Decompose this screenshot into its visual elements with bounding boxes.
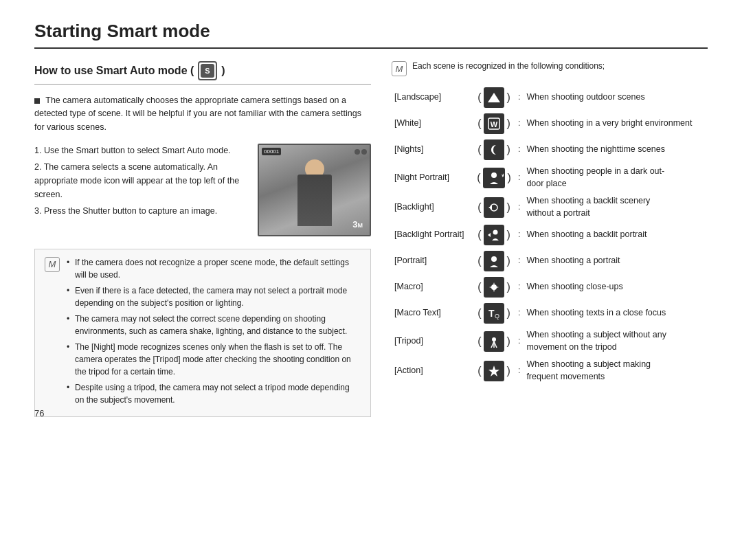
svg-text:S: S: [205, 67, 210, 75]
right-col-note: M Each scene is recognized in the follow…: [392, 61, 708, 76]
scene-desc-tripod: When shooting a subject without anymovem…: [524, 326, 708, 356]
section-title: How to use Smart Auto mode ( S ): [34, 61, 371, 85]
scene-table: [Landscape] ( ) : When shooting outdoor …: [392, 85, 708, 385]
nights-icon: [484, 139, 504, 160]
bullet-icon: [34, 98, 40, 104]
smart-auto-icon: S: [198, 61, 217, 80]
note-box: M If the camera does not recognize a pro…: [34, 249, 371, 417]
scene-icon-cell-portrait: ( ): [473, 248, 515, 274]
scene-desc-macro: When shooting close-ups: [524, 274, 708, 300]
step-1: 1. Use the Smart button to select Smart …: [34, 144, 247, 157]
scene-label-action: [Action]: [392, 356, 473, 385]
scene-desc-white: When shooting in a very bright environme…: [524, 111, 708, 137]
scene-icon-cell-backlight-portrait: ( ): [473, 222, 515, 248]
scene-row-action: [Action] ( ) : When shooting a subject: [392, 356, 708, 385]
cam-icon-dot-1: [355, 149, 360, 155]
action-icon: [484, 361, 504, 381]
scene-label-backlight-portrait: [Backlight Portrait]: [392, 222, 473, 248]
note-icon: M: [45, 257, 60, 272]
scene-label-white: [White]: [392, 111, 473, 137]
scene-icon-cell-night-portrait: ( ★ ): [473, 163, 515, 192]
macro-icon: [484, 277, 504, 298]
camera-preview: 00001 3M: [258, 144, 371, 236]
portrait-icon: [484, 251, 504, 271]
scene-row-landscape: [Landscape] ( ) : When shooting outdoor …: [392, 85, 708, 111]
page-title: Starting Smart mode: [34, 21, 708, 49]
page-number: 76: [34, 408, 44, 418]
note-bullets: If the camera does not recognize a prope…: [67, 256, 361, 410]
note-item-5: Despite using a tripod, the camera may n…: [67, 381, 361, 406]
backlight-icon: [484, 197, 504, 218]
tripod-icon: [484, 331, 504, 352]
svg-text:W: W: [491, 120, 498, 128]
scene-icon-cell-macro-text: ( T Q ): [473, 300, 515, 326]
right-note-text: Each scene is recognized in the followin…: [412, 61, 605, 76]
svg-point-5: [491, 172, 497, 178]
scene-row-backlight-portrait: [Backlight Portrait] ( ): [392, 222, 708, 248]
note-item-3: The camera may not select the correct sc…: [67, 313, 361, 337]
svg-point-9: [493, 230, 498, 235]
scene-desc-action: When shooting a subject makingfrequent m…: [524, 356, 708, 385]
backlight-portrait-icon: [484, 225, 504, 245]
svg-text:T: T: [488, 308, 495, 319]
scene-row-backlight: [Backlight] ( ) : Wh: [392, 192, 708, 222]
note-item-2: Even if there is a face detected, the ca…: [67, 284, 361, 309]
cam-badge: 00001: [262, 148, 281, 155]
scene-label-backlight: [Backlight]: [392, 192, 473, 222]
scene-desc-macro-text: When shooting texts in a close focus: [524, 300, 708, 326]
scene-label-macro-text: [Macro Text]: [392, 300, 473, 326]
intro-text: The camera automatically chooses the app…: [34, 94, 371, 134]
scene-label-nights: [Nights]: [392, 137, 473, 163]
svg-marker-10: [488, 233, 491, 237]
cam-icon-dot-2: [361, 149, 367, 155]
scene-desc-portrait: When shooting a portrait: [524, 248, 708, 274]
scene-desc-backlight: When shooting a backlit scenerywithout a…: [524, 192, 708, 222]
scene-desc-nights: When shooting the nighttime scenes: [524, 137, 708, 163]
svg-text:★: ★: [501, 172, 504, 179]
macro-text-icon: T Q: [484, 303, 504, 324]
section-title-end: ): [221, 65, 225, 77]
scene-desc-night-portrait: When shooting people in a dark out-door …: [524, 163, 708, 192]
scene-label-tripod: [Tripod]: [392, 326, 473, 356]
scene-label-macro: [Macro]: [392, 274, 473, 300]
scene-row-portrait: [Portrait] ( ) : Whe: [392, 248, 708, 274]
scene-icon-cell-tripod: ( ): [473, 326, 515, 356]
svg-marker-19: [488, 366, 499, 377]
scene-icon-cell-macro: ( ): [473, 274, 515, 300]
scene-label-landscape: [Landscape]: [392, 85, 473, 111]
step-2: 2. The camera selects a scene automatica…: [34, 160, 247, 201]
scene-icon-cell-action: ( ): [473, 356, 515, 385]
scene-desc-backlight-portrait: When shooting a backlit portrait: [524, 222, 708, 248]
scene-icon-cell-nights: ( ): [473, 137, 515, 163]
step-3: 3. Press the Shutter button to capture a…: [34, 204, 247, 218]
scene-row-tripod: [Tripod] ( ): [392, 326, 708, 356]
scene-label-night-portrait: [Night Portrait]: [392, 163, 473, 192]
svg-marker-2: [488, 93, 500, 102]
svg-text:Q: Q: [495, 313, 499, 320]
scene-label-portrait: [Portrait]: [392, 248, 473, 274]
white-icon: W: [484, 113, 504, 134]
steps-list: 1. Use the Smart button to select Smart …: [34, 144, 247, 236]
cam-megapixel: 3M: [352, 219, 363, 229]
right-note-icon: M: [392, 61, 407, 76]
section-title-text: How to use Smart Auto mode (: [34, 65, 194, 77]
scene-row-macro-text: [Macro Text] ( T Q ) :: [392, 300, 708, 326]
scene-icon-cell-backlight: ( ): [473, 192, 515, 222]
note-item-1: If the camera does not recognize a prope…: [67, 256, 361, 281]
scene-row-white: [White] ( W ) : When shooting in a very …: [392, 111, 708, 137]
scene-row-night-portrait: [Night Portrait] ( ★ ): [392, 163, 708, 192]
scene-icon-cell-white: ( W ): [473, 111, 515, 137]
scene-icon-cell-landscape: ( ): [473, 85, 515, 111]
scene-row-macro: [Macro] (: [392, 274, 708, 300]
steps-section: 1. Use the Smart button to select Smart …: [34, 144, 371, 236]
scene-row-nights: [Nights] ( ) : When shooting the nightti…: [392, 137, 708, 163]
svg-point-15: [492, 337, 496, 341]
note-item-4: The [Night] mode recognizes scenes only …: [67, 341, 361, 378]
night-portrait-icon: ★: [483, 168, 505, 188]
svg-point-11: [491, 256, 497, 262]
svg-marker-8: [488, 205, 492, 210]
scene-desc-landscape: When shooting outdoor scenes: [524, 85, 708, 111]
landscape-icon: [484, 87, 504, 108]
intro-paragraph: The camera automatically chooses the app…: [34, 96, 361, 132]
numbered-steps: 1. Use the Smart button to select Smart …: [34, 144, 247, 218]
